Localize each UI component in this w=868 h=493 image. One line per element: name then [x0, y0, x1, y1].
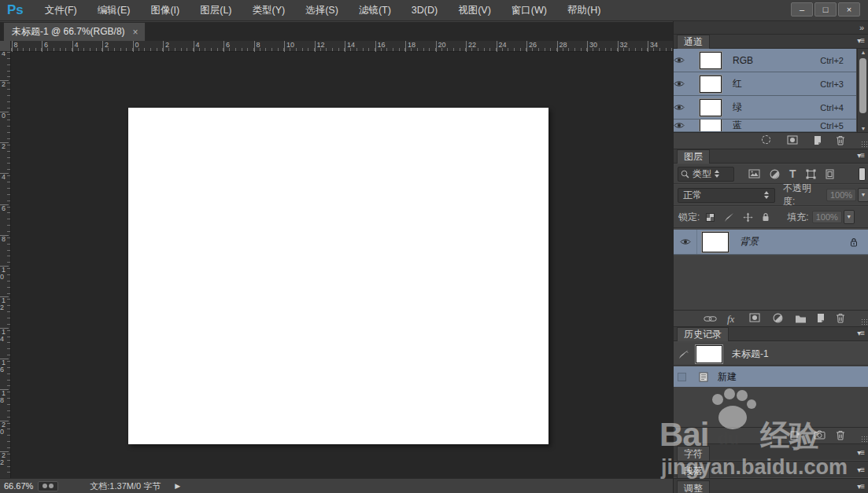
menu-type[interactable]: 类型(Y)	[242, 0, 296, 21]
opacity-value-field[interactable]: 100%	[826, 189, 856, 201]
history-brush-source-icon[interactable]	[678, 349, 689, 359]
layers-list-empty-area[interactable]	[674, 256, 868, 310]
panel-resize-grip[interactable]	[861, 318, 867, 325]
channel-thumbnail[interactable]	[700, 52, 722, 69]
save-selection-as-channel-icon[interactable]	[787, 135, 798, 145]
menu-help[interactable]: 帮助(H)	[557, 0, 611, 21]
channels-tab[interactable]: 通道	[677, 35, 710, 49]
character-panel-menu-icon[interactable]: ▾≡	[857, 448, 864, 457]
new-layer-icon[interactable]	[815, 313, 825, 323]
lock-all-icon[interactable]	[762, 212, 770, 222]
filter-text-layers-icon[interactable]: T	[789, 167, 796, 180]
delete-layer-icon[interactable]	[836, 313, 845, 323]
history-list-empty-area[interactable]	[674, 387, 868, 427]
opacity-label: 不透明度:	[783, 182, 823, 208]
paragraph-tab[interactable]: 段落	[677, 463, 710, 478]
menu-edit[interactable]: 编辑(E)	[87, 0, 141, 21]
maximize-button[interactable]: □	[814, 2, 837, 17]
channel-thumbnail[interactable]	[700, 120, 722, 132]
vertical-ruler[interactable]: 42024681012141618202224	[0, 52, 11, 478]
visibility-eye-icon[interactable]	[674, 57, 697, 64]
filter-shape-layers-icon[interactable]	[806, 169, 816, 179]
visibility-eye-icon[interactable]	[674, 104, 697, 111]
minimize-button[interactable]: –	[791, 2, 813, 17]
menu-layer[interactable]: 图层(L)	[190, 0, 242, 21]
layer-filter-type-dropdown[interactable]: 类型	[678, 167, 734, 182]
scroll-up-icon[interactable]: ▲	[859, 50, 867, 55]
channel-thumbnail[interactable]	[700, 99, 722, 116]
fill-value-field[interactable]: 100%	[812, 211, 842, 223]
delete-channel-icon[interactable]	[836, 135, 845, 145]
lock-position-icon[interactable]	[743, 212, 753, 223]
layer-thumbnail[interactable]	[702, 232, 729, 252]
status-flyout-arrow-icon[interactable]: ▶	[175, 482, 180, 490]
filter-smart-objects-icon[interactable]	[826, 169, 834, 179]
menu-file[interactable]: 文件(F)	[35, 0, 87, 21]
visibility-eye-icon[interactable]	[674, 122, 697, 129]
menu-view[interactable]: 视图(V)	[448, 0, 501, 21]
channels-panel-menu-icon[interactable]: ▾≡	[857, 36, 864, 45]
filtering-on-off-toggle[interactable]	[859, 167, 866, 181]
zoom-level-field[interactable]: 66.67%	[0, 481, 38, 491]
channel-row-blue[interactable]: 蓝 Ctrl+5	[674, 120, 856, 132]
layers-tab[interactable]: 图层	[677, 149, 710, 164]
blend-mode-value: 正常	[683, 189, 702, 202]
history-panel-menu-icon[interactable]: ▾≡	[857, 329, 864, 337]
menu-window[interactable]: 窗口(W)	[501, 0, 557, 21]
channels-scrollbar[interactable]: ▲ ▼	[857, 49, 868, 132]
new-adjustment-layer-icon[interactable]	[773, 313, 783, 323]
horizontal-ruler[interactable]: 86420246810121416182022242628303234	[11, 41, 673, 52]
menu-filter[interactable]: 滤镜(T)	[349, 0, 401, 21]
new-channel-icon[interactable]	[812, 135, 822, 145]
adjustments-tab[interactable]: 调整	[677, 480, 710, 493]
channel-row-red[interactable]: 红 Ctrl+3	[674, 72, 856, 96]
status-options-icon[interactable]	[38, 481, 58, 491]
character-tab[interactable]: 字符	[677, 446, 710, 461]
layers-panel-menu-icon[interactable]: ▾≡	[857, 151, 864, 160]
load-selection-icon[interactable]	[762, 135, 770, 144]
layer-style-fx-icon[interactable]: fx	[727, 313, 734, 326]
filter-pixel-layers-icon[interactable]	[748, 169, 760, 178]
close-button[interactable]: ×	[838, 2, 860, 17]
blend-mode-dropdown[interactable]: 正常	[678, 188, 775, 203]
filter-adjustment-layers-icon[interactable]	[770, 169, 780, 179]
scrollbar-thumb[interactable]	[859, 58, 866, 113]
channel-row-green[interactable]: 绿 Ctrl+4	[674, 96, 856, 120]
collapse-to-icons-icon[interactable]: »	[859, 23, 862, 32]
menu-3d[interactable]: 3D(D)	[401, 0, 448, 21]
menu-select[interactable]: 选择(S)	[295, 0, 349, 21]
panel-resize-grip[interactable]	[861, 436, 867, 442]
h-ruler-label: 8	[254, 41, 260, 52]
delete-state-icon[interactable]	[836, 430, 845, 440]
history-snapshot-row[interactable]: 未标题-1	[674, 343, 868, 366]
tab-close-icon[interactable]: ×	[133, 27, 139, 38]
history-source-checkbox[interactable]	[678, 373, 686, 381]
link-layers-icon[interactable]	[704, 315, 717, 322]
menu-image[interactable]: 图像(I)	[140, 0, 190, 21]
new-snapshot-camera-icon[interactable]	[814, 430, 826, 440]
h-ruler-label: 22	[466, 41, 476, 52]
snapshot-thumbnail[interactable]	[696, 345, 722, 363]
history-tab[interactable]: 历史记录	[677, 327, 729, 341]
opacity-dropdown-icon[interactable]: ▼	[858, 188, 868, 202]
paragraph-panel-menu-icon[interactable]: ▾≡	[857, 465, 864, 474]
new-document-from-state-icon[interactable]	[790, 430, 800, 440]
new-group-folder-icon[interactable]	[795, 315, 807, 323]
document-tab[interactable]: 未标题-1 @ 66.7%(RGB/8) ×	[3, 22, 146, 41]
fill-dropdown-icon[interactable]: ▼	[844, 210, 855, 224]
lock-image-pixels-icon[interactable]	[723, 212, 734, 223]
scroll-down-icon[interactable]: ▼	[859, 126, 867, 131]
ruler-origin-corner[interactable]	[0, 41, 11, 52]
add-layer-mask-icon[interactable]	[749, 313, 760, 322]
visibility-eye-icon[interactable]	[674, 230, 697, 254]
panel-resize-grip[interactable]	[861, 141, 867, 147]
adjustments-panel-menu-icon[interactable]: ▾≡	[857, 482, 864, 491]
channel-row-rgb[interactable]: RGB Ctrl+2	[674, 49, 856, 72]
history-state-row-new[interactable]: 新建	[674, 366, 868, 387]
canvas-area[interactable]	[11, 52, 673, 478]
visibility-eye-icon[interactable]	[674, 80, 697, 87]
channel-thumbnail[interactable]	[700, 75, 722, 93]
lock-transparent-pixels-icon[interactable]	[706, 213, 715, 222]
layer-row-background[interactable]: 背景	[674, 230, 868, 255]
document-canvas[interactable]	[128, 108, 549, 444]
